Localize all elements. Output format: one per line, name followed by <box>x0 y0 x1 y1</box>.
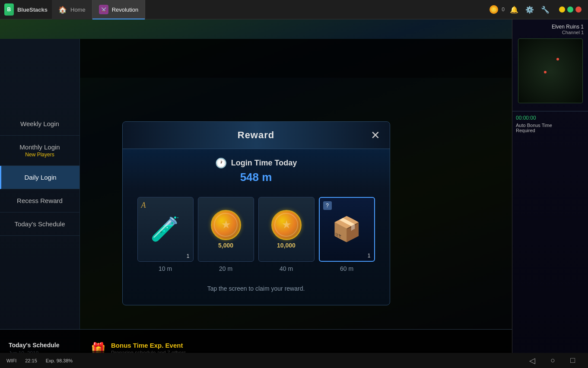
game-area: Lv. 23 Combat Power 30,661 3,132 / 3,364… <box>0 19 512 368</box>
time-status: 22:15 <box>25 358 37 363</box>
channel-label: Channel 1 <box>517 30 584 35</box>
nav-home-icon[interactable]: ○ <box>550 356 555 365</box>
question-badge: ? <box>323 201 332 210</box>
login-time-value: 548 m <box>240 171 272 184</box>
sidebar-monthly-label: Monthly Login <box>19 143 60 151</box>
potion-reward-box: A 🧪 1 <box>137 197 194 262</box>
map-dot-2 <box>544 71 547 73</box>
gold-coin-10000: ★ <box>271 210 302 240</box>
map-dot-1 <box>556 58 559 60</box>
gear-icon[interactable]: 🔧 <box>539 4 551 16</box>
rewards-row: A 🧪 1 10 m ★ 5,000 <box>123 188 390 276</box>
gold10000-time-label: 40 m <box>280 265 293 272</box>
reward-card-gold5000[interactable]: ★ 5,000 20 m <box>198 197 254 272</box>
clock-icon: 🕐 <box>215 158 227 169</box>
auto-bonus-label: Auto Bonus Time <box>516 123 585 128</box>
reward-card-gold10000[interactable]: ★ 10,000 40 m <box>258 197 315 272</box>
nav-square-icon[interactable]: □ <box>570 356 575 365</box>
gold5000-reward-box: ★ 5,000 <box>198 197 254 262</box>
coin-inner: ★ <box>214 213 238 237</box>
bluestacks-icon: B <box>4 3 14 16</box>
coin-count: 0 <box>502 6 505 13</box>
dialog-title: Reward <box>238 130 274 141</box>
chest-reward-box: ? 📦 1 <box>319 197 375 262</box>
location-label: Elven Ruins 1 <box>517 24 584 30</box>
sidebar-item-todays-schedule[interactable]: Today's Schedule <box>0 213 79 236</box>
event-title: Bonus Time Exp. Event <box>111 342 508 349</box>
potion-count: 1 <box>187 253 190 259</box>
notification-icon[interactable]: 🔔 <box>508 4 520 16</box>
window-controls <box>559 6 582 13</box>
game-tab-label: Revolution <box>112 6 138 13</box>
login-time-label: Login Time Today <box>231 159 297 168</box>
status-bar: WIFI 22:15 Exp. 98.38% ◁ ○ □ <box>0 353 588 368</box>
gold-10000-amount: 10,000 <box>277 242 296 249</box>
gold5000-time-label: 20 m <box>219 265 232 272</box>
sidebar-recess-label: Recess Reward <box>17 197 63 204</box>
coin-symbol-2: ★ <box>282 219 291 231</box>
potion-time-label: 10 m <box>159 265 172 272</box>
right-panel-top: Elven Ruins 1 Channel 1 <box>512 19 588 111</box>
titlebar: B BlueStacks 🏠 Home ⚔️ Revolution 🪙 0 🔔 … <box>0 0 588 19</box>
auto-bonus-section: 00:00:00 Auto Bonus Time Required <box>512 111 588 136</box>
sidebar-daily-label: Daily Login <box>24 174 56 181</box>
schedule-title: Today's Schedule <box>9 342 78 349</box>
coin-badge: 🪙 <box>489 5 498 14</box>
tap-hint[interactable]: Tap the screen to claim your reward. <box>123 285 390 292</box>
sidebar-item-daily-login[interactable]: Daily Login <box>0 166 79 189</box>
reward-dialog: Reward ✕ 🕐 Login Time Today 548 m A 🧪 1 <box>122 121 390 305</box>
letter-a-badge: A <box>141 201 146 210</box>
right-panel: Elven Ruins 1 Channel 1 00:00:00 Auto Bo… <box>512 19 588 368</box>
maximize-button[interactable] <box>567 6 573 13</box>
app-name: BlueStacks <box>17 6 48 13</box>
coin-symbol: ★ <box>222 219 230 231</box>
sidebar-item-recess-reward[interactable]: Recess Reward <box>0 189 79 213</box>
timer-label: 00:00:00 <box>516 115 585 121</box>
sidebar-schedule-label: Today's Schedule <box>14 220 65 228</box>
minimap <box>518 38 583 103</box>
dialog-header: Reward ✕ <box>123 122 390 149</box>
exp-status: Exp. 98.38% <box>46 358 73 363</box>
potion-icon: 🧪 <box>150 215 180 243</box>
app-logo: B BlueStacks <box>0 3 52 16</box>
chest-time-label: 60 m <box>340 265 353 272</box>
required-label: Required <box>516 128 585 133</box>
home-tab-label: Home <box>70 6 86 13</box>
gold-5000-amount: 5,000 <box>218 242 233 249</box>
coin-inner-2: ★ <box>274 213 298 237</box>
chest-count: 1 <box>368 253 371 259</box>
gold-coin-5000: ★ <box>211 210 241 240</box>
settings-icon[interactable]: ⚙️ <box>524 4 536 16</box>
close-window-button[interactable] <box>575 6 582 13</box>
nav-back-icon[interactable]: ◁ <box>529 356 535 365</box>
reward-card-potion[interactable]: A 🧪 1 10 m <box>137 197 194 272</box>
sidebar-weekly-label: Weekly Login <box>20 120 59 127</box>
wifi-status: WIFI <box>6 358 16 363</box>
home-tab[interactable]: 🏠 Home <box>52 0 92 19</box>
game-tab[interactable]: ⚔️ Revolution <box>92 0 145 19</box>
close-button[interactable]: ✕ <box>368 127 383 143</box>
home-tab-icon: 🏠 <box>58 6 67 14</box>
sidebar-item-weekly-login[interactable]: Weekly Login <box>0 112 79 136</box>
login-time-section: 🕐 Login Time Today 548 m <box>123 149 390 188</box>
sidebar-item-monthly-login[interactable]: Monthly Login New Players <box>0 136 79 166</box>
modal-overlay: Weekly Login Monthly Login New Players D… <box>0 39 512 368</box>
gold10000-reward-box: ★ 10,000 <box>258 197 315 262</box>
minimize-button[interactable] <box>559 6 565 13</box>
login-time-row: 🕐 Login Time Today <box>215 158 297 169</box>
sidebar: Weekly Login Monthly Login New Players D… <box>0 39 80 368</box>
chest-icon: 📦 <box>332 215 362 243</box>
game-tab-icon: ⚔️ <box>99 5 108 14</box>
titlebar-controls: 🪙 0 🔔 ⚙️ 🔧 <box>489 4 588 16</box>
sidebar-monthly-sublabel: New Players <box>9 152 71 158</box>
reward-card-chest[interactable]: ? 📦 1 60 m <box>319 197 375 272</box>
